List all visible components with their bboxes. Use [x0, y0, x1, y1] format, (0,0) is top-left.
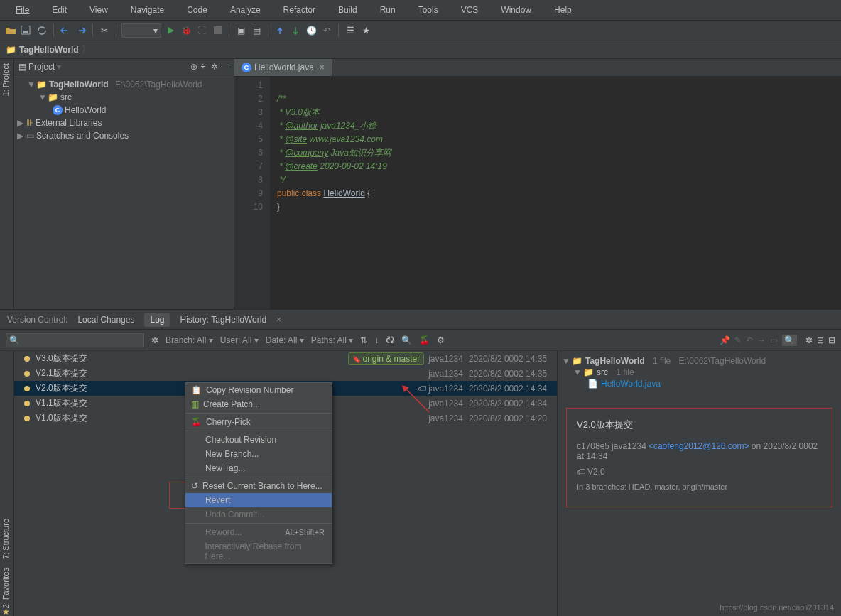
pin-icon[interactable]: 📌: [720, 335, 730, 345]
ctx-interactive-rebase[interactable]: Interactively Rebase from Here...: [185, 539, 332, 563]
collapse-icon[interactable]: ÷: [200, 62, 205, 72]
menu-refactor[interactable]: Refactor: [272, 2, 327, 18]
main-toolbar: ✂ ▾ 🐞 ⛶ ▣ ▤ 🕓 ↶ ☰ ★: [0, 21, 841, 40]
left-tool-gutter: 1: Project: [0, 59, 14, 309]
vc-title: Version Control:: [7, 315, 67, 325]
folder-icon: 📁: [583, 367, 594, 377]
coverage-icon[interactable]: ⛶: [195, 24, 208, 37]
options-icon[interactable]: ⚙: [437, 335, 445, 345]
ctx-revert[interactable]: Revert: [185, 493, 332, 507]
vcs-commit-icon[interactable]: [289, 24, 302, 37]
menu-edit[interactable]: Edit: [40, 2, 78, 18]
gear-icon[interactable]: ✲: [805, 335, 813, 345]
cut-icon[interactable]: ✂: [98, 24, 111, 37]
scratch-icon: ▭: [26, 131, 34, 141]
commit-row[interactable]: V3.0版本提交 🔖 origin & master java1234 2020…: [14, 351, 557, 366]
menu-code[interactable]: Code: [175, 2, 219, 18]
open-icon[interactable]: [4, 24, 17, 37]
tree-scratches[interactable]: ▶▭ Scratches and Consoles: [14, 129, 234, 142]
vcs-revert-icon[interactable]: ↶: [320, 24, 333, 37]
tree-root[interactable]: ▼📁 TagHelloWorld E:\0062\TagHelloWorld: [14, 78, 234, 91]
filter-date[interactable]: Date: All ▾: [266, 335, 304, 345]
menu-vcs[interactable]: VCS: [450, 2, 490, 18]
preview-icon[interactable]: 🔍: [782, 335, 797, 346]
ctx-new-tag[interactable]: New Tag...: [185, 461, 332, 475]
code-editor[interactable]: 12345678910 /** * V3.0版本 * @author java1…: [234, 77, 841, 309]
tree-class[interactable]: C HelloWorld: [14, 104, 234, 117]
menu-run[interactable]: Run: [369, 2, 407, 18]
gear-icon[interactable]: ✲: [211, 62, 218, 72]
layout-icon2[interactable]: ▤: [250, 24, 263, 37]
tab-history[interactable]: History: TagHelloWorld: [180, 315, 266, 325]
intellisort-icon[interactable]: ⇅: [360, 335, 367, 345]
collapse2-icon[interactable]: ⊟: [828, 335, 835, 345]
ctx-undo-commit[interactable]: Undo Commit...: [185, 507, 332, 522]
diff-icon[interactable]: →: [757, 335, 766, 345]
vcs-history-icon[interactable]: 🕓: [305, 24, 318, 37]
tab-local-changes[interactable]: Local Changes: [77, 315, 134, 325]
ctx-checkout-revision[interactable]: Checkout Revision: [185, 433, 332, 447]
refresh-icon[interactable]: 🗘: [386, 335, 394, 345]
main-area: 1: Project ▤ Project ▾ ⊕ ÷ ✲ — ▼📁 TagHel…: [0, 59, 841, 309]
commit-detail-panel: ▼📁TagHelloWorld 1 file E:\0062\TagHelloW…: [557, 351, 841, 616]
hide-icon[interactable]: —: [221, 62, 229, 72]
menu-navigate[interactable]: Navigate: [119, 2, 175, 18]
menu-help[interactable]: Help: [543, 2, 583, 18]
cherry-icon: 🍒: [191, 417, 202, 427]
tab-log[interactable]: Log: [144, 313, 170, 327]
close-tab-icon[interactable]: ×: [276, 315, 281, 325]
group-icon[interactable]: ▭: [770, 335, 778, 345]
debug-icon[interactable]: 🐞: [180, 24, 192, 37]
collapse-icon[interactable]: ↓: [374, 335, 379, 345]
author-email[interactable]: <caofeng2012@126.com>: [649, 441, 749, 451]
close-icon[interactable]: ×: [320, 63, 325, 72]
editor-tab[interactable]: C HelloWorld.java ×: [234, 59, 332, 76]
cherry-icon[interactable]: 🍒: [419, 335, 430, 345]
side-tab-favorites[interactable]: 2: Favorites: [0, 563, 11, 612]
ctx-cherry-pick[interactable]: 🍒Cherry-Pick: [185, 415, 332, 429]
breadcrumb-root[interactable]: 📁 TagHelloWorld 〉: [6, 43, 90, 55]
ctx-copy-revision[interactable]: 📋Copy Revision Number: [185, 383, 332, 397]
ctx-reset-branch[interactable]: ↺Reset Current Branch to Here...: [185, 479, 332, 493]
sync-icon[interactable]: [36, 24, 48, 37]
gear-icon[interactable]: ✲: [151, 335, 158, 345]
zoom-icon[interactable]: 🔍: [401, 335, 412, 345]
run-config-combo[interactable]: ▾: [121, 23, 161, 38]
expand-icon[interactable]: ⊟: [817, 335, 824, 345]
target-icon[interactable]: ⊕: [190, 62, 197, 72]
layout-icon[interactable]: ▣: [234, 24, 247, 37]
menu-build[interactable]: Build: [327, 2, 369, 18]
ctx-create-patch[interactable]: ▥Create Patch...: [185, 397, 332, 411]
bookmark-icon[interactable]: ★: [359, 24, 372, 37]
menu-analyze[interactable]: Analyze: [219, 2, 272, 18]
filter-user[interactable]: User: All ▾: [220, 335, 259, 345]
undo-icon[interactable]: [59, 24, 72, 37]
revert-icon[interactable]: ↶: [746, 335, 753, 345]
save-all-icon[interactable]: [20, 24, 33, 37]
menu-window[interactable]: Window: [489, 2, 543, 18]
tree-external-libraries[interactable]: ▶⊪ External Libraries: [14, 117, 234, 129]
structure-icon[interactable]: ☰: [344, 24, 357, 37]
log-search-input[interactable]: [6, 333, 144, 347]
run-icon[interactable]: [164, 24, 177, 37]
ctx-new-branch[interactable]: New Branch...: [185, 447, 332, 461]
menu-file[interactable]: File: [4, 2, 40, 18]
redo-icon[interactable]: [75, 24, 87, 37]
commit-row[interactable]: V2.1版本提交 java1234 2020/8/2 0002 14:35: [14, 366, 557, 381]
star-icon[interactable]: ★: [2, 607, 10, 616]
edit-icon[interactable]: ✎: [734, 335, 742, 345]
patch-icon: ▥: [191, 399, 199, 409]
filter-paths[interactable]: Paths: All ▾: [311, 335, 353, 345]
tree-src[interactable]: ▼📁 src: [14, 91, 234, 104]
ctx-reword[interactable]: Reword...Alt+Shift+R: [185, 525, 332, 539]
stop-icon[interactable]: [211, 24, 224, 37]
vcs-update-icon[interactable]: [273, 24, 286, 37]
changed-file[interactable]: HelloWorld.java: [601, 379, 661, 389]
menubar: File Edit View Navigate Code Analyze Ref…: [0, 0, 841, 21]
menu-view[interactable]: View: [78, 2, 119, 18]
side-tab-structure[interactable]: 7: Structure: [0, 514, 11, 563]
class-icon: C: [242, 63, 251, 72]
side-tab-project[interactable]: 1: Project: [0, 59, 11, 100]
menu-tools[interactable]: Tools: [407, 2, 450, 18]
filter-branch[interactable]: Branch: All ▾: [166, 335, 213, 345]
